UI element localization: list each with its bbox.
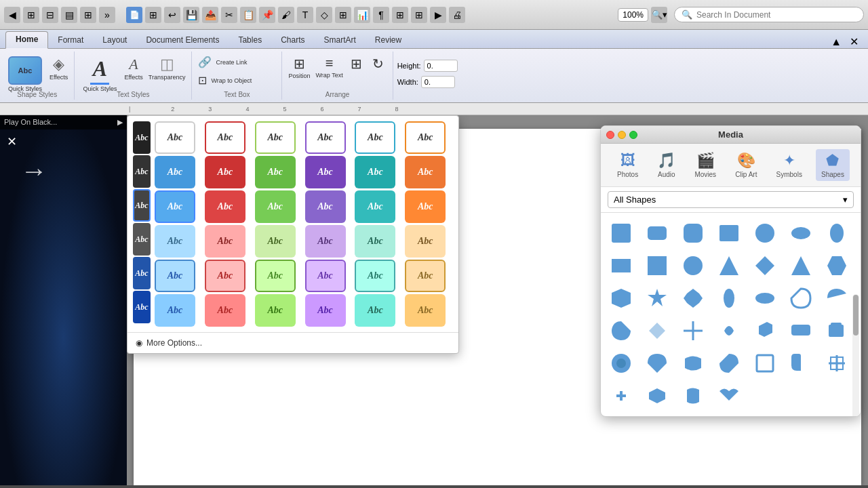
shape-item[interactable] bbox=[606, 283, 636, 313]
tab-clipart[interactable]: 🎨 Clip Art bbox=[730, 149, 762, 181]
media-btn[interactable]: ▶ bbox=[430, 7, 446, 23]
shape-item[interactable] bbox=[714, 283, 744, 313]
qs-item[interactable]: Abc bbox=[155, 156, 195, 188]
shape-item[interactable] bbox=[714, 218, 744, 248]
close-btn[interactable] bbox=[606, 131, 614, 139]
shape-btn[interactable]: ◇ bbox=[316, 7, 332, 23]
shape-item[interactable] bbox=[678, 316, 708, 346]
tab-format[interactable]: Format bbox=[48, 33, 93, 48]
rotate-btn[interactable]: ↻ bbox=[368, 54, 389, 73]
shape-item[interactable] bbox=[822, 218, 852, 248]
shape-item[interactable] bbox=[678, 348, 708, 378]
qs-side-item[interactable]: Abc bbox=[133, 291, 151, 323]
paste-btn[interactable]: 📌 bbox=[259, 7, 275, 23]
qs-side-item[interactable]: Abc bbox=[133, 155, 151, 188]
qs-item[interactable]: Abc bbox=[305, 121, 346, 154]
shape-item[interactable] bbox=[642, 283, 672, 313]
chart-btn[interactable]: 📊 bbox=[354, 7, 370, 23]
shape-item[interactable] bbox=[714, 381, 744, 411]
qs-item[interactable]: Abc bbox=[405, 121, 446, 154]
copy-btn[interactable]: 📋 bbox=[240, 7, 256, 23]
shape-item[interactable] bbox=[642, 316, 672, 346]
scrollbar-thumb[interactable] bbox=[853, 295, 859, 336]
shape-item[interactable] bbox=[642, 348, 672, 378]
zoom-search-btn[interactable]: 🔍▾ bbox=[651, 7, 667, 23]
view-btn[interactable]: ⊞ bbox=[23, 7, 39, 23]
height-input[interactable] bbox=[424, 60, 458, 72]
qs-item[interactable]: Abc bbox=[205, 260, 245, 292]
sidebar-btn[interactable]: ▤ bbox=[61, 7, 77, 23]
transparency-btn[interactable]: ◫ Transparency bbox=[146, 54, 188, 82]
save-btn[interactable]: 💾 bbox=[183, 7, 199, 23]
qs-item[interactable]: Abc bbox=[155, 121, 195, 154]
qs-item[interactable]: Abc bbox=[205, 225, 245, 258]
nav-btn[interactable]: ⊞ bbox=[411, 7, 427, 23]
zoom-control[interactable]: 100% bbox=[618, 8, 648, 22]
arrange-more-btn[interactable]: ⊞ bbox=[347, 54, 367, 73]
qs-item[interactable]: Abc bbox=[155, 294, 195, 327]
table-btn[interactable]: ⊞ bbox=[80, 7, 96, 23]
shape-item[interactable] bbox=[606, 348, 636, 378]
shape-item[interactable] bbox=[678, 251, 708, 281]
qs-item[interactable]: Abc bbox=[255, 121, 296, 154]
tab-symbols[interactable]: ✦ Symbols bbox=[771, 149, 808, 181]
qs-item[interactable]: Abc bbox=[155, 260, 195, 292]
ribbon-collapse-btn[interactable]: ▲ bbox=[827, 36, 846, 48]
qs-side-item[interactable]: Abc bbox=[133, 257, 151, 289]
shape-item[interactable] bbox=[750, 348, 780, 378]
qs-item[interactable]: Abc bbox=[355, 225, 395, 258]
shape-item[interactable] bbox=[750, 283, 780, 313]
qs-item[interactable]: Abc bbox=[255, 156, 296, 188]
scrollbar[interactable] bbox=[852, 294, 859, 417]
qs-item[interactable]: Abc bbox=[205, 121, 245, 154]
qs-item[interactable]: Abc bbox=[255, 225, 296, 258]
tab-home[interactable]: Home bbox=[5, 31, 48, 49]
qs-item[interactable]: Abc bbox=[305, 294, 346, 327]
format-btn[interactable]: 🖌 bbox=[278, 7, 294, 23]
shape-item[interactable] bbox=[642, 218, 672, 248]
shape-item[interactable] bbox=[642, 251, 672, 281]
wrap-to-object-btn[interactable]: ⊡ Wrap to Object bbox=[196, 73, 277, 88]
table2-btn[interactable]: ⊞ bbox=[335, 7, 351, 23]
wrap-text-btn[interactable]: ≡ Wrap Text bbox=[313, 54, 344, 80]
qs-item[interactable]: Abc bbox=[155, 190, 195, 223]
qs-item[interactable]: Abc bbox=[355, 190, 395, 223]
qs-item[interactable]: Abc bbox=[305, 260, 346, 292]
qs-item[interactable]: Abc bbox=[355, 121, 395, 154]
panel-arrow[interactable]: ▶ bbox=[117, 118, 123, 127]
qs-item[interactable]: Abc bbox=[405, 260, 446, 292]
shape-item[interactable] bbox=[786, 251, 816, 281]
quick-styles-btn[interactable]: Abc Quick Styles bbox=[4, 54, 46, 94]
qs-item[interactable]: Abc bbox=[305, 156, 346, 188]
shape-item[interactable] bbox=[786, 348, 816, 378]
qs-side-item[interactable]: Abc bbox=[133, 223, 151, 256]
maximize-btn[interactable] bbox=[629, 131, 637, 139]
shape-item[interactable] bbox=[714, 348, 744, 378]
close-panel-btn[interactable]: ✕ bbox=[4, 134, 19, 149]
more-options-btn[interactable]: ◉ More Options... bbox=[127, 332, 458, 353]
shape-item[interactable] bbox=[786, 316, 816, 346]
shape-item[interactable] bbox=[750, 218, 780, 248]
ribbon-expand-btn[interactable]: ✕ bbox=[846, 35, 863, 48]
shape-item[interactable] bbox=[822, 316, 852, 346]
qs-item[interactable]: Abc bbox=[255, 190, 296, 223]
shape-item[interactable] bbox=[678, 218, 708, 248]
para-btn[interactable]: ¶ bbox=[373, 7, 389, 23]
shape-item[interactable] bbox=[606, 381, 636, 411]
shape-item[interactable] bbox=[606, 218, 636, 248]
cut-btn[interactable]: ✂ bbox=[221, 7, 237, 23]
qs-item[interactable]: Abc bbox=[405, 190, 446, 223]
qs-item[interactable]: Abc bbox=[355, 156, 395, 188]
tab-document-elements[interactable]: Document Elements bbox=[136, 33, 229, 48]
qs-item[interactable]: Abc bbox=[255, 294, 296, 327]
tab-tables[interactable]: Tables bbox=[229, 33, 271, 48]
qs-item[interactable]: Abc bbox=[405, 225, 446, 258]
print-btn[interactable]: 🖨 bbox=[449, 7, 465, 23]
tab-review[interactable]: Review bbox=[366, 33, 411, 48]
tab-movies[interactable]: 🎬 Movies bbox=[689, 149, 722, 181]
shape-item[interactable] bbox=[678, 283, 708, 313]
qs-item[interactable]: Abc bbox=[355, 260, 395, 292]
shape-item[interactable] bbox=[678, 381, 708, 411]
tab-smartart[interactable]: SmartArt bbox=[314, 33, 365, 48]
qs-side-item[interactable]: Abc bbox=[133, 121, 151, 154]
